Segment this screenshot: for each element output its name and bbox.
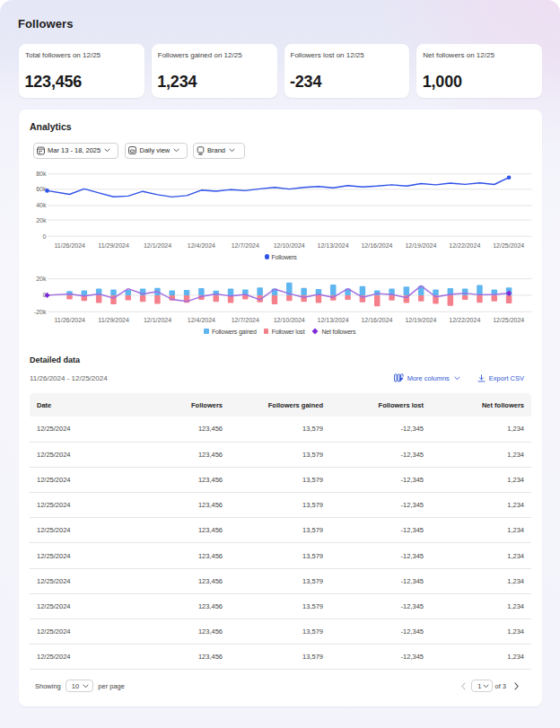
svg-text:12/22/2024: 12/22/2024	[449, 317, 480, 323]
svg-text:80k: 80k	[36, 171, 47, 177]
svg-text:12/16/2024: 12/16/2024	[361, 242, 392, 249]
svg-text:12/25/2024: 12/25/2024	[493, 317, 524, 323]
svg-text:12/13/2024: 12/13/2024	[318, 317, 349, 323]
svg-text:12/13/2024: 12/13/2024	[318, 242, 349, 249]
svg-text:-20k: -20k	[34, 309, 47, 315]
svg-text:12/10/2024: 12/10/2024	[274, 242, 305, 249]
svg-text:11/29/2024: 11/29/2024	[98, 242, 129, 249]
svg-text:12/4/2024: 12/4/2024	[188, 317, 215, 323]
svg-text:12/4/2024: 12/4/2024	[188, 242, 215, 249]
svg-text:40k: 40k	[36, 202, 47, 208]
svg-text:12/22/2024: 12/22/2024	[449, 242, 480, 249]
svg-text:12/10/2024: 12/10/2024	[274, 317, 305, 323]
svg-text:11/29/2024: 11/29/2024	[98, 317, 129, 323]
svg-text:12/7/2024: 12/7/2024	[232, 242, 259, 249]
svg-text:12/19/2024: 12/19/2024	[405, 317, 436, 323]
svg-text:11/26/2024: 11/26/2024	[54, 242, 85, 249]
svg-text:12/1/2024: 12/1/2024	[144, 317, 171, 323]
svg-text:12/16/2024: 12/16/2024	[361, 317, 392, 323]
svg-text:12/7/2024: 12/7/2024	[232, 317, 259, 323]
svg-text:11/26/2024: 11/26/2024	[54, 317, 85, 323]
svg-text:60k: 60k	[36, 186, 47, 192]
svg-text:20k: 20k	[36, 276, 47, 282]
svg-text:12/19/2024: 12/19/2024	[405, 242, 436, 249]
svg-text:0: 0	[43, 233, 47, 240]
svg-text:20k: 20k	[36, 217, 47, 224]
svg-text:12/1/2024: 12/1/2024	[144, 242, 171, 249]
svg-text:12/25/2024: 12/25/2024	[493, 242, 524, 249]
